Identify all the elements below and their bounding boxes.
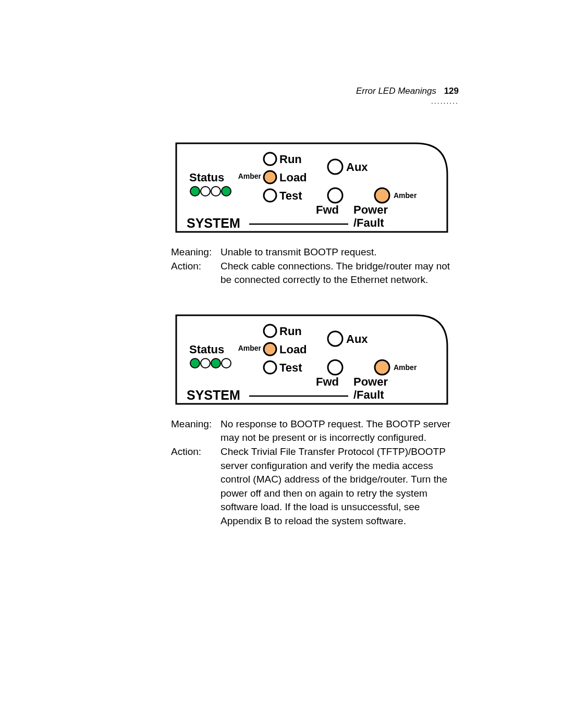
led-panel-diagram-1: Run Load Test Amber Status Aux Fwd Amber	[171, 138, 443, 237]
run-label: Run	[279, 325, 302, 338]
status-led-2-icon	[201, 187, 210, 196]
status-led-group	[190, 359, 231, 368]
header-dots: ·········	[109, 98, 459, 107]
meaning-text: Unable to transmit BOOTP request.	[221, 245, 459, 260]
status-led-1-green-icon	[190, 187, 200, 196]
status-label: Status	[189, 171, 224, 184]
document-page: Error LED Meanings 129 ········· Run Loa…	[0, 0, 563, 728]
power-label-2: /Fault	[353, 216, 384, 229]
power-fault-led-amber-icon	[375, 360, 389, 375]
status-led-3-icon	[211, 187, 221, 196]
status-led-1-green-icon	[190, 359, 200, 368]
test-label: Test	[279, 189, 302, 202]
power-fault-led-amber-icon	[375, 188, 389, 203]
action-text: Check Trivial File Transfer Protocol (TF…	[221, 445, 459, 528]
action-text: Check cable connections. The bridge/rout…	[221, 260, 459, 287]
action-label: Action:	[171, 445, 221, 528]
aux-label: Aux	[346, 161, 368, 174]
fwd-led-icon	[328, 360, 342, 375]
fwd-led-icon	[328, 188, 342, 203]
power-label-2: /Fault	[353, 388, 384, 401]
test-led-icon	[264, 361, 276, 374]
action-label: Action:	[171, 260, 221, 287]
led-panel-diagram-2: Run Load Test Amber Status Aux Fwd Amber…	[171, 310, 443, 409]
run-label: Run	[279, 153, 302, 166]
entry-2-description: Meaning: No response to BOOTP request. T…	[171, 417, 459, 528]
load-amber-tag: Amber	[238, 344, 262, 352]
meaning-label: Meaning:	[171, 245, 221, 260]
load-led-amber-icon	[264, 171, 276, 183]
power-label-1: Power	[353, 375, 388, 388]
status-label: Status	[189, 343, 224, 356]
status-led-4-icon	[222, 359, 231, 368]
load-label: Load	[279, 343, 307, 356]
aux-led-icon	[328, 159, 342, 174]
fwd-label: Fwd	[316, 203, 339, 216]
meaning-label: Meaning:	[171, 417, 221, 445]
load-amber-tag: Amber	[238, 172, 262, 180]
entry-1-description: Meaning: Unable to transmit BOOTP reques…	[171, 245, 459, 287]
power-amber-tag: Amber	[394, 191, 417, 200]
power-label-1: Power	[353, 203, 388, 216]
fwd-label: Fwd	[316, 375, 339, 388]
test-label: Test	[279, 361, 302, 374]
load-label: Load	[279, 171, 307, 184]
page-header: Error LED Meanings 129	[109, 86, 459, 96]
system-label: SYSTEM	[187, 388, 240, 402]
power-amber-tag: Amber	[394, 363, 417, 372]
status-led-group	[190, 187, 231, 196]
aux-label: Aux	[346, 332, 368, 346]
header-title: Error LED Meanings	[356, 86, 436, 96]
load-led-amber-icon	[264, 343, 276, 355]
test-led-icon	[264, 189, 276, 202]
status-led-2-icon	[201, 359, 210, 368]
aux-led-icon	[328, 331, 342, 346]
status-led-3-green-icon	[211, 359, 221, 368]
run-led-icon	[264, 153, 276, 165]
meaning-text: No response to BOOTP request. The BOOTP …	[221, 417, 459, 445]
system-label: SYSTEM	[187, 216, 240, 230]
status-led-4-green-icon	[222, 187, 231, 196]
run-led-icon	[264, 325, 276, 337]
page-number: 129	[444, 86, 459, 96]
